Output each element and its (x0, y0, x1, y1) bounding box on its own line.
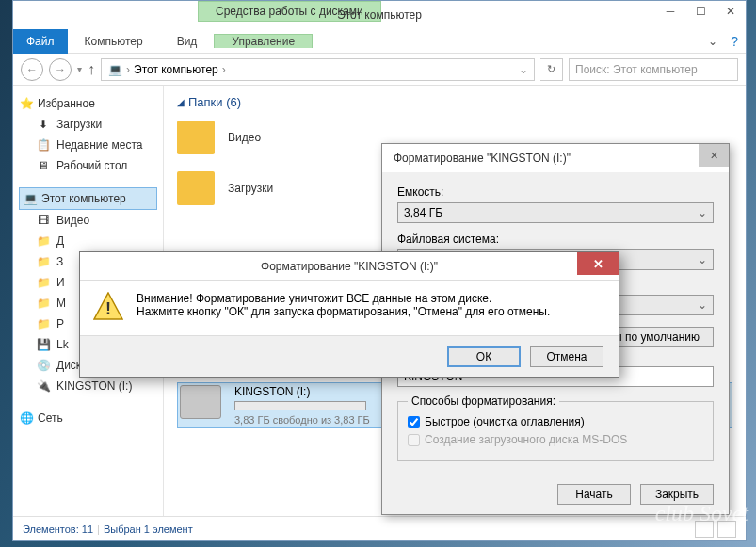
folder-icon: 📁 (36, 316, 51, 331)
sidebar-item-desktop[interactable]: 🖥Рабочий стол (19, 155, 157, 176)
status-element-count: Элементов: 11 (23, 523, 93, 535)
computer-icon: 💻 (107, 62, 122, 77)
recent-dropdown-icon[interactable]: ▾ (77, 64, 82, 74)
sidebar-truncated[interactable]: 📁Д (19, 231, 157, 251)
up-button[interactable]: ↑ (88, 61, 95, 78)
maximize-button[interactable]: ☐ (685, 1, 716, 22)
svg-text:!: ! (105, 299, 111, 318)
recent-icon: 📋 (36, 137, 51, 153)
folder-icon: 📁 (36, 275, 51, 290)
forward-button[interactable]: → (49, 58, 72, 81)
sidebar-network[interactable]: 🌐 Сеть (19, 408, 157, 428)
confirm-msgbox: Форматирование "KINGSTON (I:)" ✕ ! Внима… (79, 251, 619, 378)
breadcrumb-sep: › (126, 63, 130, 76)
format-methods-group: Способы форматирования: Быстрое (очистка… (397, 394, 714, 461)
download-icon: ⬇ (36, 117, 51, 132)
usb-icon: 🔌 (36, 378, 51, 394)
back-button[interactable]: ← (21, 58, 43, 81)
chevron-down-icon: ⌄ (698, 206, 707, 219)
address-path[interactable]: 💻 › Этот компьютер › ⌄ (101, 58, 535, 81)
folder-icon: 📁 (36, 254, 51, 269)
address-dropdown-icon[interactable]: ⌄ (519, 63, 528, 76)
msgbox-title: Форматирование "KINGSTON (I:)" ✕ (80, 252, 619, 281)
search-input[interactable]: Поиск: Этот компьютер (569, 58, 738, 81)
window-controls: ─ ☐ ✕ (655, 1, 746, 22)
star-icon: ⭐ (19, 96, 34, 111)
disc-icon: 💿 (36, 358, 51, 373)
capacity-label: Емкость: (397, 185, 714, 199)
folder-icon: 📁 (36, 233, 51, 249)
breadcrumb-item[interactable]: Этот компьютер (134, 63, 218, 76)
video-icon: 🎞 (36, 213, 51, 228)
chevron-down-icon: ⌄ (698, 253, 707, 266)
msgbox-text: Внимание! Форматирование уничтожит ВСЕ д… (137, 292, 550, 318)
msdos-boot-checkbox: Создание загрузочного диска MS-DOS (408, 433, 703, 446)
ribbon-tabs: Файл Компьютер Вид Управление ⌄ ? (13, 29, 746, 54)
folder-icon (177, 171, 215, 205)
tab-computer[interactable]: Компьютер (68, 35, 160, 48)
close-button[interactable]: ✕ (716, 1, 746, 22)
help-icon[interactable]: ? (731, 34, 738, 49)
status-bar: Элементов: 11 | Выбран 1 элемент (13, 516, 746, 540)
folders-header[interactable]: ◢ Папки (6) (177, 95, 732, 109)
format-close-button[interactable]: ✕ (699, 144, 729, 167)
view-details-button[interactable] (695, 521, 714, 538)
sidebar-item-kingston[interactable]: 🔌KINGSTON (I:) (19, 376, 157, 396)
minimize-button[interactable]: ─ (655, 1, 685, 22)
breadcrumb-sep: › (222, 63, 226, 76)
format-dialog-title: Форматирование "KINGSTON (I:)" ✕ (382, 144, 729, 172)
search-placeholder: Поиск: Этот компьютер (575, 63, 698, 76)
sidebar-this-pc[interactable]: 💻 Этот компьютер (19, 187, 157, 210)
file-tab[interactable]: Файл (13, 29, 68, 54)
collapse-icon: ◢ (177, 97, 185, 107)
sidebar-favorites[interactable]: ⭐ Избранное (19, 93, 157, 114)
tab-view[interactable]: Вид (160, 35, 215, 48)
refresh-button[interactable]: ↻ (540, 58, 563, 81)
expand-ribbon-icon[interactable]: ⌄ (708, 35, 717, 48)
computer-icon: 💻 (23, 191, 38, 206)
folder-icon (177, 121, 215, 154)
folder-icon: 📁 (36, 296, 51, 311)
close-format-button[interactable]: Закрыть (640, 484, 714, 505)
network-icon: 🌐 (19, 410, 34, 426)
view-tiles-button[interactable] (717, 521, 736, 538)
capacity-bar (234, 401, 366, 410)
status-selection: Выбран 1 элемент (104, 523, 193, 535)
window-title: Этот компьютер (337, 8, 422, 22)
sidebar-item-downloads[interactable]: ⬇Загрузки (19, 114, 157, 135)
usb-drive-icon (180, 385, 221, 419)
ok-button[interactable]: ОК (447, 346, 521, 367)
titlebar: Средства работы с дисками Этот компьютер… (13, 1, 746, 29)
tab-manage[interactable]: Управление (214, 34, 313, 48)
sidebar-item-recent[interactable]: 📋Недавние места (19, 135, 157, 155)
quick-format-checkbox[interactable]: Быстрое (очистка оглавления) (408, 415, 703, 428)
chevron-down-icon: ⌄ (698, 298, 707, 312)
warning-icon: ! (93, 292, 123, 320)
sidebar-item-videos[interactable]: 🎞Видео (19, 210, 157, 231)
msgbox-close-button[interactable]: ✕ (577, 252, 619, 275)
capacity-select[interactable]: 3,84 ГБ ⌄ (397, 202, 714, 223)
start-button[interactable]: Начать (557, 484, 631, 505)
address-bar: ← → ▾ ↑ 💻 › Этот компьютер › ⌄ ↻ Поиск: … (13, 54, 746, 86)
drive-icon: 💾 (36, 337, 51, 352)
desktop-icon: 🖥 (36, 158, 51, 173)
filesystem-label: Файловая система: (397, 233, 714, 246)
cancel-button[interactable]: Отмена (530, 346, 603, 367)
methods-label: Способы форматирования: (408, 394, 559, 408)
